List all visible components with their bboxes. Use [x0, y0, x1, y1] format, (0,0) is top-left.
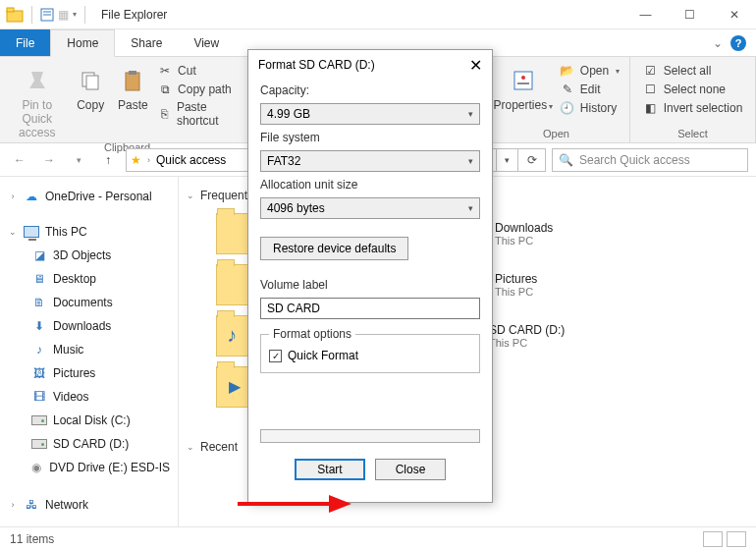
volume-label-label: Volume label [260, 278, 480, 292]
monitor-icon [24, 224, 39, 240]
invert-selection-button[interactable]: ◧Invert selection [643, 100, 743, 116]
music-icon: ♪ [31, 342, 47, 358]
allocation-select[interactable]: 4096 bytes▾ [260, 197, 480, 219]
nav-pictures[interactable]: 🖼Pictures [4, 361, 174, 385]
drive-icon [31, 412, 47, 428]
tab-file[interactable]: File [0, 29, 50, 56]
cut-button[interactable]: ✂Cut [157, 63, 246, 79]
refresh-button[interactable]: ⟳ [518, 148, 546, 172]
filesystem-select[interactable]: FAT32▾ [260, 150, 480, 172]
chevron-right-icon: › [147, 155, 150, 165]
download-icon: ⬇ [31, 318, 47, 334]
properties-icon[interactable] [40, 8, 54, 22]
capacity-select[interactable]: 4.99 GB▾ [260, 103, 480, 125]
allocation-label: Allocation unit size [260, 178, 480, 192]
maximize-button[interactable]: ☐ [668, 0, 712, 29]
restore-defaults-button[interactable]: Restore device defaults [260, 237, 408, 260]
format-options-group: Format options ✓ Quick Format [260, 327, 480, 373]
history-icon: 🕘 [560, 100, 575, 116]
newfolder-icon[interactable]: ▦ [58, 8, 69, 22]
search-icon: 🔍 [559, 153, 573, 167]
shortcut-icon: ⎘ [157, 106, 172, 122]
search-input[interactable]: 🔍 Search Quick access [552, 148, 748, 172]
collapse-ribbon-icon[interactable]: ⌄ [713, 36, 723, 50]
help-icon[interactable]: ? [730, 35, 746, 51]
recent-locations-button[interactable]: ▾ [67, 148, 90, 172]
nav-desktop[interactable]: 🖥Desktop [4, 267, 174, 291]
dialog-titlebar: Format SD CARD (D:) ✕ [248, 50, 492, 80]
format-dialog: Format SD CARD (D:) ✕ Capacity: 4.99 GB▾… [247, 49, 493, 503]
nav-dvd-drive-e[interactable]: ◉DVD Drive (E:) ESD-IS [4, 456, 174, 479]
edit-icon: ✎ [560, 82, 575, 97]
open-icon: 📂 [560, 63, 575, 79]
nav-this-pc[interactable]: ⌄This PC [4, 220, 174, 244]
copy-path-button[interactable]: ⧉Copy path [157, 82, 246, 97]
dialog-actions: Start Close [260, 449, 480, 492]
search-placeholder: Search Quick access [579, 153, 690, 167]
ribbon-group-select: ☑Select all ☐Select none ◧Invert selecti… [630, 57, 756, 142]
chevron-down-icon: ▾ [468, 203, 473, 213]
quick-format-checkbox[interactable]: ✓ Quick Format [269, 349, 471, 362]
dropdown-icon: ▾ [616, 67, 620, 76]
paste-icon [117, 65, 148, 96]
window-titlebar: ▦ ▾ File Explorer — ☐ ✕ [0, 0, 756, 29]
nav-3d-objects[interactable]: ◪3D Objects [4, 244, 174, 267]
group-label: Select [677, 126, 708, 142]
collapse-icon[interactable]: ⌄ [8, 227, 18, 237]
start-button[interactable]: Start [295, 459, 365, 480]
chevron-down-icon: ⌄ [187, 442, 194, 452]
nav-music[interactable]: ♪Music [4, 338, 174, 361]
open-button[interactable]: 📂Open▾ [560, 63, 620, 79]
quick-access-toolbar: ▦ ▾ [0, 6, 95, 24]
volume-label-input[interactable]: SD CARD [260, 298, 480, 319]
details-view-button[interactable] [703, 531, 723, 547]
up-button[interactable]: ↑ [96, 148, 120, 172]
divider [84, 6, 85, 24]
copy-icon [75, 65, 106, 96]
nav-downloads[interactable]: ⬇Downloads [4, 314, 174, 338]
tab-share[interactable]: Share [115, 29, 178, 56]
qat-dropdown-icon[interactable]: ▾ [73, 10, 77, 19]
close-button[interactable]: Close [375, 459, 446, 480]
folder-icon [6, 7, 24, 23]
select-none-button[interactable]: ☐Select none [643, 82, 743, 97]
address-dropdown-button[interactable]: ▾ [497, 148, 518, 172]
tab-view[interactable]: View [178, 29, 235, 56]
paste-button[interactable]: Paste [115, 61, 151, 112]
svg-marker-13 [329, 495, 351, 513]
tab-home[interactable]: Home [50, 29, 115, 57]
tiles-view-button[interactable] [727, 531, 746, 547]
divider [31, 6, 32, 24]
dialog-close-button[interactable]: ✕ [469, 56, 482, 75]
minimize-button[interactable]: — [623, 0, 668, 29]
expand-icon[interactable]: › [8, 192, 18, 201]
capacity-label: Capacity: [260, 83, 480, 97]
ribbon-help: ⌄ ? [713, 29, 756, 56]
nav-sd-card-d[interactable]: SD CARD (D:) [4, 432, 174, 456]
nav-local-disk-c[interactable]: Local Disk (C:) [4, 409, 174, 432]
copy-path-icon: ⧉ [157, 82, 173, 97]
nav-videos[interactable]: 🎞Videos [4, 385, 174, 409]
back-button[interactable]: ← [8, 148, 31, 172]
edit-button[interactable]: ✎Edit [560, 82, 620, 97]
disc-icon: ◉ [30, 460, 44, 475]
forward-button[interactable]: → [37, 148, 61, 172]
open-small-buttons: 📂Open▾ ✎Edit 🕘History [560, 61, 620, 116]
dropdown-icon: ▾ [549, 102, 553, 111]
chevron-down-icon: ▾ [468, 109, 473, 119]
expand-icon[interactable]: › [8, 500, 18, 510]
status-bar: 11 items [0, 526, 756, 550]
copy-button[interactable]: Copy [73, 61, 109, 112]
paste-shortcut-button[interactable]: ⎘Paste shortcut [157, 100, 246, 128]
svg-rect-7 [126, 73, 139, 90]
select-all-button[interactable]: ☑Select all [643, 63, 743, 79]
pin-to-quick-access-button[interactable]: Pin to Quick access [8, 61, 67, 139]
nav-documents[interactable]: 🗎Documents [4, 291, 174, 314]
group-label: Open [543, 126, 569, 142]
close-button[interactable]: ✕ [712, 0, 756, 29]
nav-onedrive[interactable]: ›☁OneDrive - Personal [4, 185, 174, 208]
properties-button[interactable]: Properties▾ [493, 61, 554, 114]
window-title: File Explorer [95, 8, 167, 22]
history-button[interactable]: 🕘History [560, 100, 620, 116]
nav-network[interactable]: ›🖧Network [4, 493, 174, 517]
